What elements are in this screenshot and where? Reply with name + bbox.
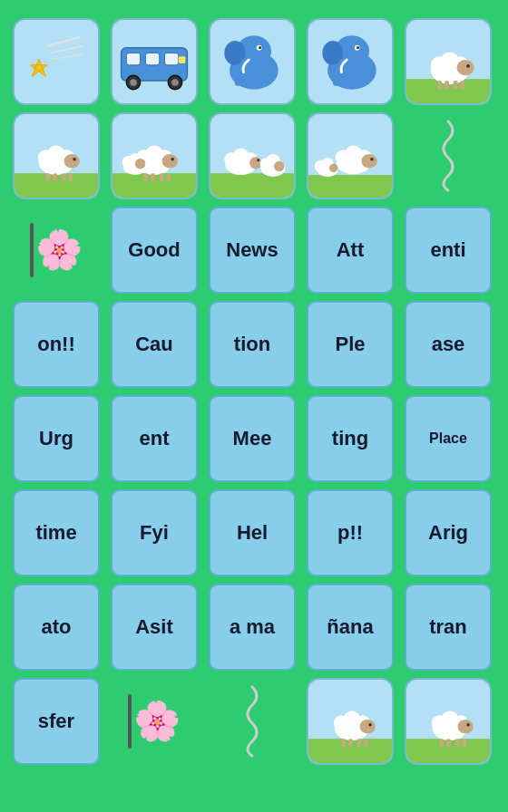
svg-rect-36: [444, 81, 449, 90]
text-ama[interactable]: a ma: [209, 584, 296, 671]
svg-rect-14: [179, 56, 186, 63]
text-mee[interactable]: Mee: [209, 395, 296, 482]
sticker-elephant2[interactable]: [307, 18, 394, 105]
text-good[interactable]: Good: [111, 207, 198, 294]
text-fyi[interactable]: Fyi: [111, 489, 198, 576]
sticker-sheep2[interactable]: [111, 112, 198, 199]
svg-point-57: [162, 154, 178, 168]
text-ase[interactable]: ase: [405, 301, 492, 388]
svg-point-74: [257, 159, 259, 161]
svg-rect-0: [15, 20, 98, 103]
text-tran[interactable]: tran: [405, 584, 492, 671]
text-time[interactable]: time: [13, 489, 100, 576]
text-on[interactable]: on!!: [13, 301, 100, 388]
text-hel[interactable]: Hel: [209, 489, 296, 576]
text-ato[interactable]: ato: [13, 584, 100, 671]
svg-rect-37: [454, 81, 458, 90]
svg-point-11: [130, 79, 137, 86]
svg-rect-100: [348, 739, 353, 747]
svg-point-73: [249, 157, 261, 169]
sticker-bus[interactable]: [111, 18, 198, 105]
svg-rect-113: [455, 739, 460, 747]
svg-rect-47: [46, 173, 51, 181]
svg-point-97: [360, 720, 376, 733]
svg-point-20: [259, 46, 261, 49]
svg-point-33: [457, 60, 474, 75]
text-ent[interactable]: ent: [111, 395, 198, 482]
svg-point-46: [73, 158, 75, 160]
svg-rect-48: [53, 173, 57, 181]
text-p[interactable]: p!!: [307, 489, 394, 576]
flower-bar-decoration2: 🌸: [111, 678, 198, 765]
svg-rect-38: [460, 81, 464, 90]
sticker-sheep4[interactable]: [307, 112, 394, 199]
text-tion[interactable]: tion: [209, 301, 296, 388]
svg-point-86: [370, 158, 373, 160]
sticker-sheep1[interactable]: [13, 112, 100, 199]
svg-point-78: [274, 161, 285, 172]
svg-point-66: [135, 159, 146, 169]
svg-rect-61: [160, 173, 164, 181]
svg-point-98: [368, 723, 371, 726]
svg-rect-8: [145, 53, 159, 64]
squiggle-decoration2: [209, 678, 296, 765]
svg-point-85: [361, 154, 376, 168]
svg-rect-114: [462, 739, 466, 747]
text-ple[interactable]: Ple: [307, 301, 394, 388]
svg-rect-112: [446, 739, 451, 747]
svg-point-90: [329, 164, 338, 173]
svg-rect-49: [62, 173, 66, 181]
svg-point-26: [357, 46, 359, 49]
svg-rect-9: [165, 53, 179, 64]
sticker-elephant[interactable]: [209, 18, 296, 105]
squiggle-decoration: [405, 112, 492, 199]
sticker-sheep-small[interactable]: [405, 18, 492, 105]
svg-rect-101: [357, 739, 362, 747]
text-enti[interactable]: enti: [405, 207, 492, 294]
svg-rect-59: [144, 173, 149, 181]
text-cau[interactable]: Cau: [111, 301, 198, 388]
svg-point-58: [171, 158, 173, 160]
svg-rect-60: [151, 173, 155, 181]
svg-rect-102: [364, 739, 368, 747]
text-ting[interactable]: ting: [307, 395, 394, 482]
text-news[interactable]: News: [209, 207, 296, 294]
text-asit[interactable]: Asit: [111, 584, 198, 671]
svg-point-13: [171, 79, 179, 86]
svg-point-110: [466, 723, 469, 726]
svg-rect-99: [341, 739, 346, 747]
emoji-grid: 🌸 Good News Att enti on!! Cau tion Ple a…: [9, 9, 499, 774]
sticker-sheep-last1[interactable]: [307, 678, 394, 765]
text-arig[interactable]: Arig: [405, 489, 492, 576]
svg-point-34: [466, 64, 470, 68]
svg-rect-68: [210, 173, 294, 198]
text-att[interactable]: Att: [307, 207, 394, 294]
svg-rect-111: [439, 739, 444, 747]
text-urg[interactable]: Urg: [13, 395, 100, 482]
text-place[interactable]: Place: [405, 395, 492, 482]
flower-bar-decoration: 🌸: [13, 207, 100, 294]
text-nana[interactable]: ñana: [307, 584, 394, 671]
svg-rect-50: [68, 173, 73, 181]
sticker-sheep3[interactable]: [209, 112, 296, 199]
svg-point-45: [64, 154, 80, 168]
svg-point-109: [458, 720, 474, 733]
text-sfer[interactable]: sfer: [13, 678, 100, 765]
svg-rect-35: [438, 81, 443, 90]
svg-rect-7: [126, 53, 140, 64]
sticker-sheep-last2[interactable]: [405, 678, 492, 765]
svg-rect-80: [308, 175, 392, 198]
svg-rect-62: [166, 173, 171, 181]
sticker-shooting-star[interactable]: [13, 18, 100, 105]
